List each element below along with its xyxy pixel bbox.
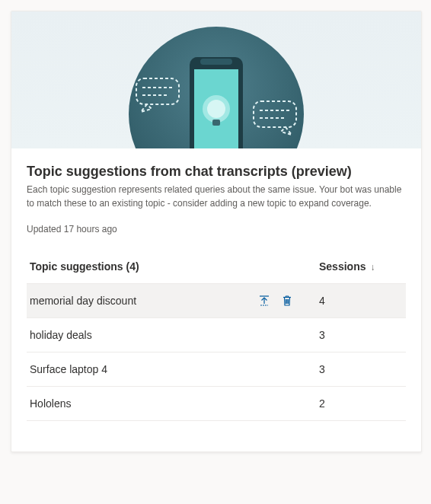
card-description: Each topic suggestion represents related… (27, 183, 406, 210)
table-row[interactable]: Hololens2 (27, 387, 406, 421)
svg-point-5 (207, 100, 225, 118)
svg-rect-6 (212, 120, 220, 126)
suggestion-name: memorial day discount (30, 295, 136, 307)
suggestion-name: Surface laptop 4 (30, 363, 107, 375)
svg-rect-3 (200, 59, 232, 65)
card-title: Topic suggestions from chat transcripts … (27, 164, 406, 180)
updated-timestamp: Updated 17 hours ago (27, 224, 406, 234)
col-name-header[interactable]: Topic suggestions (4) (30, 260, 319, 273)
session-count: 3 (319, 329, 403, 341)
add-to-topics-icon[interactable] (258, 295, 270, 307)
table-row[interactable]: memorial day discount4 (27, 284, 406, 318)
table-header: Topic suggestions (4) Sessions↓ (27, 250, 406, 284)
table-row[interactable]: Surface laptop 43 (27, 352, 406, 387)
session-count: 4 (319, 295, 403, 307)
session-count: 3 (319, 363, 403, 375)
suggestion-name: holiday deals (30, 329, 92, 341)
table-row[interactable]: holiday deals3 (27, 318, 406, 352)
suggestion-name: Hololens (30, 397, 71, 410)
col-sessions-header[interactable]: Sessions↓ (319, 260, 403, 273)
session-count: 2 (319, 397, 403, 410)
suggestions-table: Topic suggestions (4) Sessions↓ memorial… (27, 250, 406, 421)
hero-illustration (11, 11, 421, 148)
topic-suggestions-card: Topic suggestions from chat transcripts … (11, 11, 422, 452)
sort-desc-icon: ↓ (370, 262, 375, 273)
delete-icon[interactable] (281, 295, 293, 307)
